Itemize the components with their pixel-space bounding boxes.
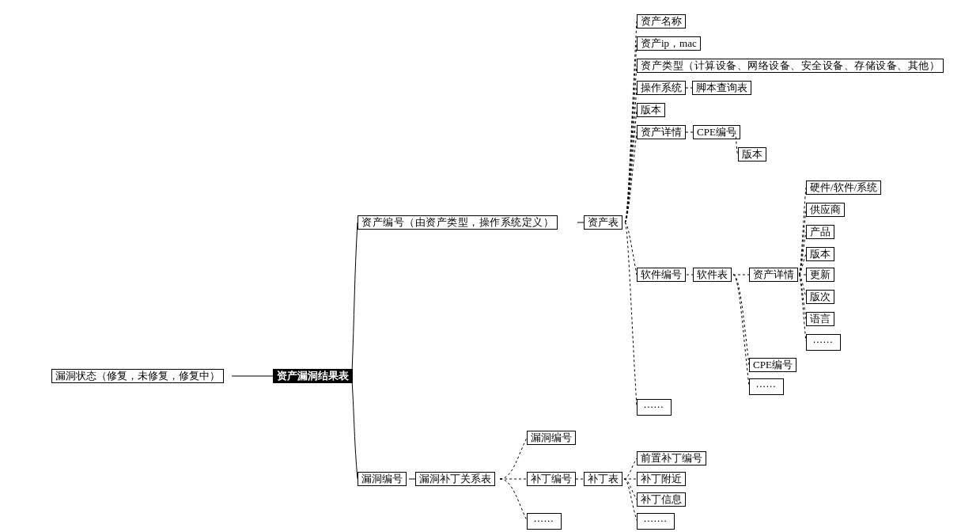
connector-lines <box>0 0 980 532</box>
asset-ip-mac: 资产ip，mac <box>637 36 701 51</box>
software-asset-detail-label: 资产详情 <box>753 268 794 280</box>
hw-sw-sys-label: 硬件/软件/系统 <box>810 181 877 193</box>
asset-os-label: 操作系统 <box>641 82 682 93</box>
asset-os: 操作系统 <box>637 81 686 95</box>
update: 更新 <box>806 268 834 282</box>
vendor: 供应商 <box>806 203 845 217</box>
vendor-label: 供应商 <box>810 203 841 215</box>
sw-cpe-more: ...... <box>749 378 784 395</box>
cpe-id-label: CPE编号 <box>697 126 736 138</box>
update-label: 更新 <box>810 268 831 280</box>
product: 产品 <box>806 225 834 239</box>
asset-more: ...... <box>637 399 672 416</box>
asset-name: 资产名称 <box>637 14 686 28</box>
sw-cpe-id: CPE编号 <box>749 358 796 372</box>
asset-name-label: 资产名称 <box>641 15 682 27</box>
software-table-label: 软件表 <box>697 268 728 280</box>
asset-detail: 资产详情 <box>637 125 686 139</box>
software-table: 软件表 <box>693 268 732 282</box>
vuln-id-solo-label: 漏洞编号 <box>531 431 572 443</box>
patch-info-label: 补丁信息 <box>641 493 682 505</box>
asset-version: 版本 <box>637 103 665 117</box>
sw-detail-more-label: ...... <box>813 333 834 345</box>
asset-more-label: ...... <box>644 398 664 410</box>
asset-ip-mac-label: 资产ip，mac <box>641 37 697 49</box>
vuln-status: 漏洞状态（修复，未修复，修复中） <box>51 369 224 383</box>
edition-label: 版次 <box>810 291 831 302</box>
asset-version-label: 版本 <box>641 104 661 116</box>
asset-id: 资产编号（由资产类型，操作系统定义） <box>358 215 558 230</box>
patch-table-label: 补丁表 <box>588 473 619 484</box>
asset-vuln-result-table: 资产漏洞结果表 <box>273 369 353 383</box>
vuln-id: 漏洞编号 <box>358 472 407 486</box>
vuln-id-solo: 漏洞编号 <box>527 431 576 445</box>
pre-patch-id: 前置补丁编号 <box>637 451 706 466</box>
patch-more-label: ....... <box>644 512 668 524</box>
software-asset-detail: 资产详情 <box>749 268 798 282</box>
language-label: 语言 <box>810 313 831 325</box>
vuln-patch-rel-table: 漏洞补丁关系表 <box>415 472 495 486</box>
vuln-patch-more-label: ...... <box>534 512 554 524</box>
patch-near: 补丁附近 <box>637 472 686 486</box>
asset-vuln-result-table-label: 资产漏洞结果表 <box>277 370 349 382</box>
script-query-table-label: 脚本查询表 <box>696 82 747 93</box>
pre-patch-id-label: 前置补丁编号 <box>641 452 702 464</box>
sw-cpe-id-label: CPE编号 <box>753 359 793 370</box>
asset-table: 资产表 <box>584 215 622 230</box>
patch-table: 补丁表 <box>584 472 622 486</box>
vuln-status-label: 漏洞状态（修复，未修复，修复中） <box>55 370 220 382</box>
vuln-patch-rel-table-label: 漏洞补丁关系表 <box>419 473 491 484</box>
cpe-id: CPE编号 <box>693 125 740 139</box>
software-id-label: 软件编号 <box>641 268 682 280</box>
language: 语言 <box>806 312 834 326</box>
sw-version: 版本 <box>806 247 834 261</box>
asset-id-label: 资产编号（由资产类型，操作系统定义） <box>361 216 554 228</box>
sw-version-label: 版本 <box>810 248 831 260</box>
patch-id: 补丁编号 <box>527 472 576 486</box>
asset-type: 资产类型（计算设备、网络设备、安全设备、存储设备、其他） <box>637 59 944 73</box>
asset-detail-label: 资产详情 <box>641 126 682 138</box>
software-id: 软件编号 <box>637 268 686 282</box>
cpe-version-label: 版本 <box>742 148 762 160</box>
patch-more: ....... <box>637 513 675 530</box>
patch-id-label: 补丁编号 <box>531 473 572 484</box>
cpe-version: 版本 <box>738 147 766 162</box>
patch-near-label: 补丁附近 <box>641 473 682 484</box>
vuln-patch-more: ...... <box>527 513 562 530</box>
edition: 版次 <box>806 290 834 304</box>
vuln-id-label: 漏洞编号 <box>361 473 403 484</box>
product-label: 产品 <box>810 226 831 238</box>
sw-cpe-more-label: ...... <box>756 378 777 390</box>
hw-sw-sys: 硬件/软件/系统 <box>806 180 881 195</box>
patch-info: 补丁信息 <box>637 492 686 507</box>
script-query-table: 脚本查询表 <box>692 81 751 95</box>
asset-type-label: 资产类型（计算设备、网络设备、安全设备、存储设备、其他） <box>641 59 940 71</box>
sw-detail-more: ...... <box>806 334 841 351</box>
asset-table-label: 资产表 <box>588 216 619 228</box>
